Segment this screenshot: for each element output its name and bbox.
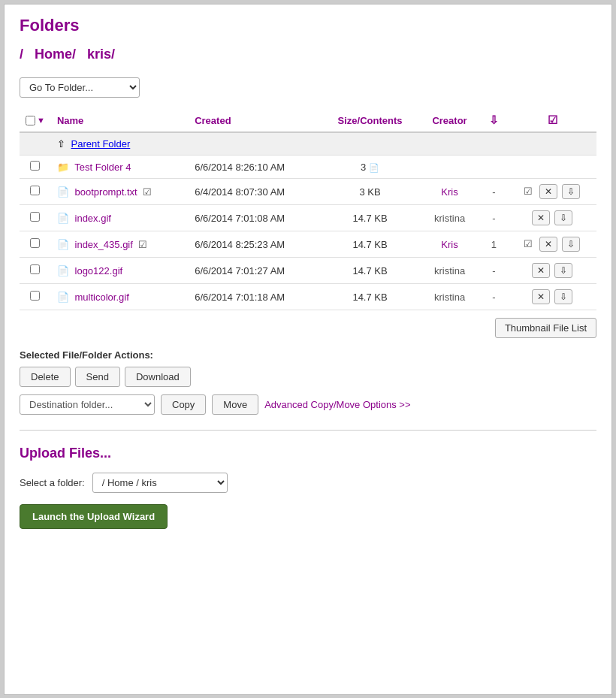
upload-folder-select[interactable]: / Home / kris — [92, 473, 228, 493]
row-dash-cell: - — [480, 258, 508, 284]
download-button[interactable]: Download — [125, 367, 191, 387]
page-container: Folders / Home/ kris/ Go To Folder... ▼ … — [4, 4, 612, 695]
file-link[interactable]: index.gif — [75, 213, 111, 224]
row-dash-cell: - — [480, 179, 508, 205]
row-checkbox-cell — [20, 156, 51, 179]
check-header-icon: ☑ — [548, 113, 557, 126]
parent-folder-link[interactable]: Parent Folder — [71, 138, 131, 150]
row-actions-cell: ✕ ⇩ — [508, 284, 596, 310]
row-creator-cell: kristina — [419, 205, 479, 231]
file-table: ▼ Name Created Size/Contents Creator ⇩ — [20, 109, 596, 310]
delete-button[interactable]: Delete — [20, 367, 71, 387]
table-row: 📄 index.gif 6/6/2014 7:01:08 AM 14.7 KB … — [20, 205, 596, 231]
check-icon: ☑ — [524, 186, 533, 197]
destination-folder-select[interactable]: Destination folder... — [20, 394, 155, 415]
row-dash-cell — [480, 156, 508, 179]
download-file-button[interactable]: ⇩ — [554, 263, 572, 278]
breadcrumb: / Home/ kris/ — [20, 47, 596, 62]
copy-button[interactable]: Copy — [161, 394, 206, 415]
row-checkbox[interactable] — [30, 161, 40, 171]
header-creator: Creator — [419, 109, 479, 132]
download-header-icon: ⇩ — [489, 113, 499, 126]
parent-folder-row: ⇧ Parent Folder — [20, 132, 596, 156]
file-link[interactable]: bootprompt.txt — [75, 186, 137, 198]
row-checkbox-cell — [20, 205, 51, 231]
send-button[interactable]: Send — [75, 367, 120, 387]
row-created-cell: 6/6/2014 7:01:18 AM — [189, 284, 321, 310]
breadcrumb-home[interactable]: Home/ — [35, 47, 76, 62]
upload-wizard-button[interactable]: Launch the Upload Wizard — [20, 504, 168, 529]
row-checkbox[interactable] — [30, 264, 40, 274]
go-to-folder-wrap: Go To Folder... — [20, 77, 596, 98]
row-name-cell: 📄 multicolor.gif — [51, 284, 189, 310]
table-row: 📄 multicolor.gif 6/6/2014 7:01:18 AM 14.… — [20, 284, 596, 310]
row-name-cell: 📁 Test Folder 4 — [51, 156, 189, 179]
row-dash-cell: - — [480, 284, 508, 310]
download-file-button[interactable]: ⇩ — [562, 237, 580, 252]
row-checkbox[interactable] — [30, 238, 40, 248]
folder-link[interactable]: Test Folder 4 — [74, 162, 131, 173]
upload-section: Upload Files... Select a folder: / Home … — [20, 446, 596, 529]
row-created-cell: 6/6/2014 8:25:23 AM — [189, 231, 321, 258]
row-name-cell: 📄 bootprompt.txt ☑ — [51, 179, 189, 205]
go-to-folder-select[interactable]: Go To Folder... — [20, 77, 140, 98]
actions-buttons: Delete Send Download — [20, 367, 596, 387]
advanced-copy-move-link[interactable]: Advanced Copy/Move Options >> — [264, 399, 410, 410]
download-file-button[interactable]: ⇩ — [554, 289, 572, 304]
download-file-button[interactable]: ⇩ — [554, 210, 572, 225]
delete-file-button[interactable]: ✕ — [539, 237, 557, 252]
file-icon: 📄 — [57, 265, 69, 276]
table-row: 📄 index_435.gif ☑ 6/6/2014 8:25:23 AM 14… — [20, 231, 596, 258]
row-name-cell: 📄 index.gif — [51, 205, 189, 231]
page-title: Folders — [20, 16, 596, 35]
row-checkbox[interactable] — [30, 212, 40, 222]
row-name-cell: 📄 logo122.gif — [51, 258, 189, 284]
table-row: 📄 logo122.gif 6/6/2014 7:01:27 AM 14.7 K… — [20, 258, 596, 284]
row-checkbox-cell — [20, 258, 51, 284]
file-link[interactable]: logo122.gif — [75, 265, 123, 276]
row-checkbox-cell — [20, 284, 51, 310]
delete-file-button[interactable]: ✕ — [532, 289, 550, 304]
select-folder-row: Select a folder: / Home / kris — [20, 473, 596, 493]
row-created-cell: 6/6/2014 8:26:10 AM — [189, 156, 321, 179]
breadcrumb-slash: / — [20, 47, 23, 62]
row-creator-cell: Kris — [419, 179, 479, 205]
thumbnail-file-list-button[interactable]: Thumbnail File List — [495, 318, 596, 338]
row-size-cell: 14.7 KB — [321, 258, 420, 284]
row-size-cell: 14.7 KB — [321, 205, 420, 231]
actions-label: Selected File/Folder Actions: — [20, 349, 596, 361]
header-checkbox-col: ▼ — [20, 109, 51, 132]
parent-folder-cell: ⇧ Parent Folder — [51, 132, 596, 156]
row-size-cell: 3 📄 — [321, 156, 420, 179]
file-checkmark: ☑ — [138, 239, 147, 250]
row-created-cell: 6/6/2014 7:01:08 AM — [189, 205, 321, 231]
row-size-cell: 3 KB — [321, 179, 420, 205]
header-created: Created — [189, 109, 321, 132]
row-name-cell: 📄 index_435.gif ☑ — [51, 231, 189, 258]
select-all-checkbox[interactable] — [26, 116, 35, 125]
row-checkbox[interactable] — [30, 291, 40, 301]
file-icon: 📄 — [57, 239, 69, 250]
row-checkbox-cell — [20, 179, 51, 205]
move-button[interactable]: Move — [212, 394, 258, 415]
delete-file-button[interactable]: ✕ — [532, 210, 550, 225]
row-actions-cell: ☑ ✕ ⇩ — [508, 231, 596, 258]
delete-file-button[interactable]: ✕ — [539, 184, 557, 199]
download-file-button[interactable]: ⇩ — [562, 184, 580, 199]
header-size: Size/Contents — [321, 109, 420, 132]
folder-icon: 📁 — [57, 162, 69, 173]
row-created-cell: 6/4/2014 8:07:30 AM — [189, 179, 321, 205]
sort-icon[interactable]: ▼ — [37, 116, 45, 125]
breadcrumb-user[interactable]: kris/ — [87, 47, 115, 62]
delete-file-button[interactable]: ✕ — [532, 263, 550, 278]
file-link[interactable]: index_435.gif — [75, 239, 133, 250]
header-name: Name — [51, 109, 189, 132]
header-check-icon: ☑ — [508, 109, 596, 132]
row-checkbox-cell — [20, 231, 51, 258]
parent-checkbox-cell — [20, 132, 51, 156]
file-link[interactable]: multicolor.gif — [75, 292, 129, 303]
select-folder-label: Select a folder: — [20, 477, 85, 488]
upload-title: Upload Files... — [20, 446, 596, 461]
row-checkbox[interactable] — [30, 186, 40, 195]
row-size-cell: 14.7 KB — [321, 284, 420, 310]
